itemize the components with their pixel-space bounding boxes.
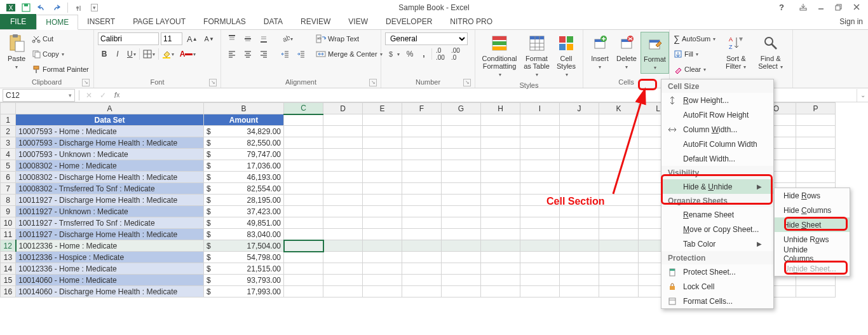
- alignment-launcher[interactable]: ↘: [369, 79, 377, 86]
- cell[interactable]: [520, 137, 560, 149]
- cell[interactable]: [402, 114, 442, 126]
- cell[interactable]: [442, 172, 481, 183]
- align-right-button[interactable]: [257, 48, 271, 60]
- cell[interactable]: [284, 183, 323, 195]
- cell[interactable]: [560, 149, 599, 160]
- cell[interactable]: [560, 217, 599, 229]
- select-all-cell[interactable]: [1, 103, 16, 114]
- cell[interactable]: [363, 286, 402, 297]
- align-bottom-button[interactable]: [257, 32, 271, 45]
- cell[interactable]: [323, 149, 363, 160]
- cell[interactable]: [481, 114, 520, 126]
- cell[interactable]: [481, 217, 520, 229]
- cell[interactable]: 10007593 - Unknown : Medicate: [16, 149, 204, 160]
- cell[interactable]: [363, 240, 402, 252]
- cell[interactable]: [520, 172, 560, 183]
- cell[interactable]: [560, 195, 599, 206]
- tab-developer[interactable]: DEVELOPER: [377, 14, 441, 29]
- cell[interactable]: [481, 252, 520, 263]
- align-center-button[interactable]: [241, 48, 255, 60]
- cell[interactable]: [402, 149, 442, 160]
- cell[interactable]: [442, 183, 481, 195]
- cell[interactable]: [599, 206, 639, 217]
- cell[interactable]: [363, 206, 402, 217]
- undo-button[interactable]: [34, 1, 48, 14]
- cell[interactable]: [560, 183, 599, 195]
- file-tab[interactable]: FILE: [0, 14, 36, 29]
- cell[interactable]: [520, 252, 560, 263]
- cell[interactable]: [363, 137, 402, 149]
- cell[interactable]: [442, 263, 481, 275]
- cell[interactable]: [442, 229, 481, 240]
- cell[interactable]: [560, 172, 599, 183]
- cell[interactable]: [520, 183, 560, 195]
- cell[interactable]: [323, 114, 363, 126]
- cell[interactable]: [599, 183, 639, 195]
- cell[interactable]: [481, 172, 520, 183]
- percent-button[interactable]: %: [403, 48, 416, 60]
- cell[interactable]: [599, 263, 639, 275]
- column-header[interactable]: J: [560, 103, 599, 114]
- cell[interactable]: [560, 137, 599, 149]
- submenu-hide-columns[interactable]: Hide Columns: [775, 203, 850, 217]
- cell[interactable]: [599, 275, 639, 286]
- cell[interactable]: [323, 275, 363, 286]
- row-header[interactable]: 8: [1, 195, 16, 206]
- cell[interactable]: [323, 160, 363, 172]
- cell[interactable]: 10011927 - Trnsferred To Snf : Medicate: [16, 217, 204, 229]
- redo-button[interactable]: [50, 1, 64, 14]
- ribbon-options-button[interactable]: [794, 0, 812, 14]
- cell[interactable]: [442, 195, 481, 206]
- row-header[interactable]: 7: [1, 183, 16, 195]
- cell[interactable]: [402, 206, 442, 217]
- increase-indent-button[interactable]: [294, 48, 308, 60]
- increase-decimal-button[interactable]: .0.00: [433, 48, 447, 60]
- cell[interactable]: [284, 263, 323, 275]
- cell[interactable]: [402, 183, 442, 195]
- cell[interactable]: [284, 137, 323, 149]
- row-header[interactable]: 4: [1, 149, 16, 160]
- cell[interactable]: $82,550.00: [204, 137, 284, 149]
- menu-protect-sheet[interactable]: Protect Sheet...: [661, 264, 773, 279]
- format-painter-button[interactable]: Format Painter: [32, 62, 89, 76]
- cell[interactable]: [599, 252, 639, 263]
- insert-cells-button[interactable]: Insert▾: [587, 32, 613, 72]
- cell[interactable]: [363, 114, 402, 126]
- menu-row-height[interactable]: Row Height...: [661, 93, 773, 107]
- cell[interactable]: $82,554.00: [204, 183, 284, 195]
- row-header[interactable]: 3: [1, 137, 16, 149]
- cell[interactable]: [323, 172, 363, 183]
- cell[interactable]: [560, 252, 599, 263]
- wrap-text-button[interactable]: abWrap Text: [316, 32, 383, 46]
- conditional-formatting-button[interactable]: Conditional Formatting ▾: [479, 32, 520, 80]
- cell[interactable]: [323, 252, 363, 263]
- cell[interactable]: $17,504.00: [204, 240, 284, 252]
- cell[interactable]: [323, 286, 363, 297]
- cell[interactable]: [520, 286, 560, 297]
- column-header[interactable]: E: [363, 103, 402, 114]
- cell[interactable]: [481, 206, 520, 217]
- font-size-input[interactable]: [161, 32, 182, 45]
- cell[interactable]: 10007593 - Discharge Home Health : Medic…: [16, 137, 204, 149]
- accounting-format-button[interactable]: $▾: [385, 48, 402, 60]
- column-header[interactable]: P: [796, 103, 836, 114]
- format-cells-button[interactable]: Format▾: [641, 32, 669, 74]
- cell[interactable]: [402, 252, 442, 263]
- cell[interactable]: [796, 137, 836, 149]
- cell[interactable]: [323, 240, 363, 252]
- cell[interactable]: [323, 217, 363, 229]
- cell[interactable]: 10012336 - Hospice : Medicate: [16, 252, 204, 263]
- cell[interactable]: [599, 149, 639, 160]
- cell[interactable]: [402, 137, 442, 149]
- expand-formula-bar[interactable]: ⌄: [857, 89, 868, 102]
- cell[interactable]: 10007593 - Home : Medicate: [16, 126, 204, 137]
- cell[interactable]: [520, 275, 560, 286]
- cell[interactable]: [796, 149, 836, 160]
- font-color-button[interactable]: A▾: [177, 48, 199, 60]
- cell[interactable]: [363, 149, 402, 160]
- save-button[interactable]: [19, 1, 33, 14]
- tab-insert[interactable]: INSERT: [78, 14, 124, 29]
- row-header[interactable]: 12: [1, 240, 16, 252]
- name-box[interactable]: C12▾: [3, 89, 75, 102]
- cell[interactable]: [796, 286, 836, 297]
